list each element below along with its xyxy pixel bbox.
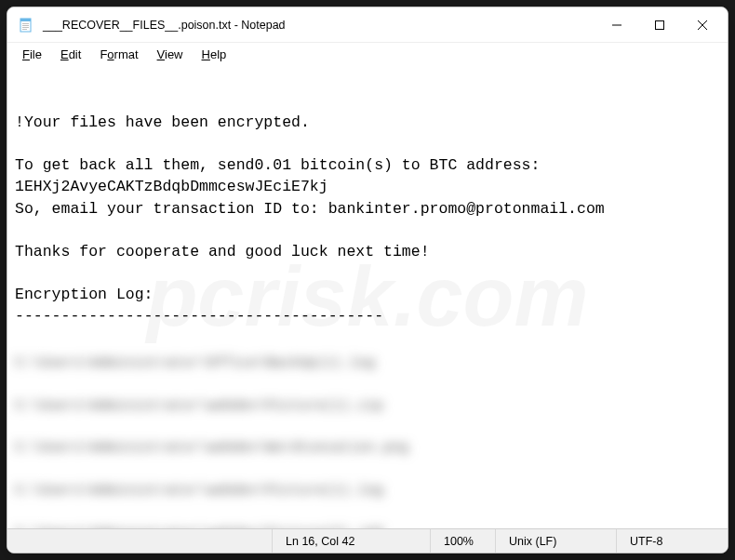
svg-rect-7 — [656, 20, 664, 29]
text-area[interactable]: pcrisk.com !Your files have been encrypt… — [7, 65, 728, 528]
menu-edit[interactable]: Edit — [51, 46, 90, 63]
doc-line: 1EHXj2AvyeCAKTzBdqbDmmceswJEciE7kj — [15, 178, 328, 195]
menubar: File Edit Format View Help — [7, 43, 728, 65]
menu-format[interactable]: Format — [90, 46, 147, 63]
encryption-log-blurred: C:\Users\Administrator\Office\BackUp(1).… — [15, 332, 720, 528]
status-zoom: 100% — [430, 529, 495, 553]
doc-line: !Your files have been encrypted. — [15, 113, 310, 131]
notepad-window: ___RECOVER__FILES__.poison.txt - Notepad… — [7, 7, 728, 553]
status-position: Ln 16, Col 42 — [272, 529, 430, 553]
doc-line: Thanks for cooperate and good luck next … — [15, 243, 430, 260]
menu-view[interactable]: View — [148, 46, 193, 63]
doc-line: Encryption Log: — [15, 286, 154, 303]
menu-file[interactable]: File — [13, 46, 51, 63]
minimize-button[interactable] — [595, 7, 638, 43]
window-title: ___RECOVER__FILES__.poison.txt - Notepad — [43, 19, 595, 32]
status-encoding: UTF-8 — [616, 529, 728, 553]
close-button[interactable] — [681, 7, 724, 43]
notepad-icon — [19, 18, 33, 33]
menu-help[interactable]: Help — [193, 46, 236, 63]
statusbar: Ln 16, Col 42 100% Unix (LF) UTF-8 — [7, 528, 728, 553]
doc-line: So, email your transaction ID to: bankin… — [15, 200, 605, 218]
svg-rect-1 — [20, 19, 31, 21]
maximize-button[interactable] — [638, 7, 681, 43]
status-eol: Unix (LF) — [495, 529, 616, 553]
doc-line: To get back all them, send0.01 bitcoin(s… — [15, 156, 540, 174]
titlebar[interactable]: ___RECOVER__FILES__.poison.txt - Notepad — [7, 7, 728, 43]
window-controls — [595, 7, 724, 43]
doc-line: ---------------------------------------- — [15, 307, 383, 325]
